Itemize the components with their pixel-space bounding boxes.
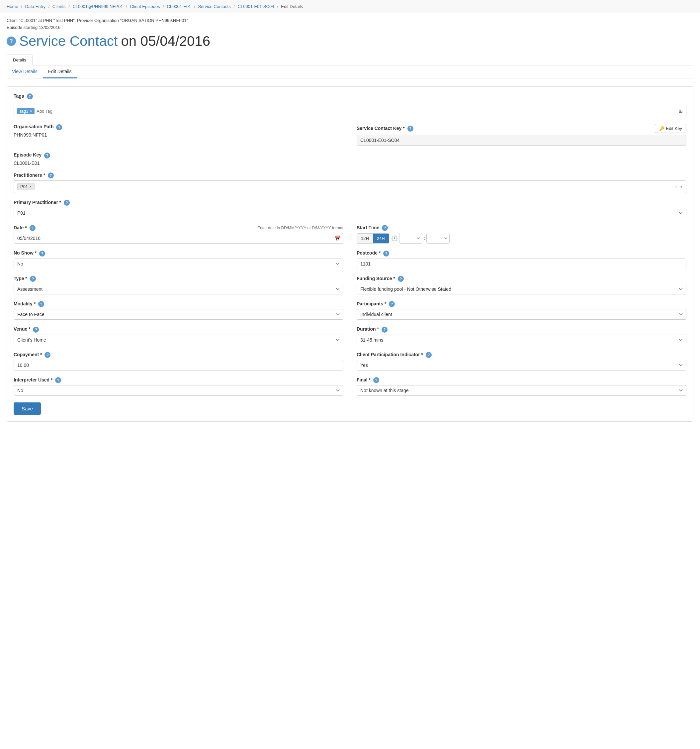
interpreter-used-select[interactable]: No Yes bbox=[14, 385, 343, 396]
tag-remove-button[interactable]: × bbox=[29, 109, 32, 113]
practitioners-input[interactable]: P01 × × ▼ bbox=[14, 180, 686, 193]
participants-select[interactable]: Individual client Group Other bbox=[357, 309, 686, 319]
hour-select[interactable] bbox=[399, 233, 422, 243]
venue-help-icon[interactable]: ? bbox=[33, 327, 39, 333]
type-select[interactable]: Assessment Intervention Information and … bbox=[14, 284, 343, 294]
breadcrumb-home[interactable]: Home bbox=[7, 4, 18, 9]
postcode-help-icon[interactable]: ? bbox=[383, 251, 389, 257]
duration-select[interactable]: 31-45 mins 1-15 mins 16-30 mins 46-60 mi… bbox=[357, 335, 686, 345]
final-help-icon[interactable]: ? bbox=[373, 377, 379, 383]
primary-practitioner-label: Primary Practitioner * ? bbox=[14, 200, 686, 206]
time-12h-button[interactable]: 12H bbox=[357, 234, 373, 243]
type-group: Type * ? Assessment Intervention Informa… bbox=[14, 276, 343, 294]
organisation-path-value: PHN999:NFP01 bbox=[14, 132, 343, 138]
tag-label: tag3 bbox=[20, 109, 28, 114]
copayment-input[interactable] bbox=[14, 360, 343, 370]
save-button[interactable]: Save bbox=[14, 402, 41, 415]
calendar-icon[interactable]: 📅 bbox=[334, 235, 341, 242]
primary-practitioner-select[interactable]: P01 bbox=[14, 208, 686, 218]
client-info: Client "CL0001" at PHN "Test PHN", Provi… bbox=[7, 18, 693, 23]
final-select[interactable]: Not known at this stage Yes No bbox=[357, 385, 686, 396]
tags-table-icon[interactable]: ⊞ bbox=[679, 109, 683, 114]
date-group: Date * ? Enter date in DD/MM/YYYY or D/M… bbox=[14, 225, 343, 243]
edit-key-button[interactable]: 🔑 Edit Key bbox=[655, 124, 686, 133]
breadcrumb-episode-id[interactable]: CL0001-E01 bbox=[167, 4, 191, 9]
funding-source-select[interactable]: Flexible funding pool - Not Otherwise St… bbox=[357, 284, 686, 294]
practitioners-group: Practitioners * ? P01 × × ▼ bbox=[14, 173, 686, 193]
breadcrumb-client-episodes[interactable]: Client Episodes bbox=[130, 4, 160, 9]
organisation-path-help-icon[interactable]: ? bbox=[56, 124, 62, 130]
client-participation-select[interactable]: Yes No bbox=[357, 360, 686, 370]
tab-view-details[interactable]: View Details bbox=[7, 66, 43, 78]
participants-help-icon[interactable]: ? bbox=[389, 301, 395, 307]
page-title-suffix: on 05/04/2016 bbox=[121, 33, 210, 49]
practitioner-remove-button[interactable]: × bbox=[29, 185, 32, 189]
minute-select[interactable] bbox=[426, 233, 450, 243]
interpreter-used-label: Interpreter Used * ? bbox=[14, 377, 343, 383]
episode-key-value: CL0001-E01 bbox=[14, 160, 343, 166]
service-contact-key-help-icon[interactable]: ? bbox=[407, 125, 413, 131]
service-contact-key-label: Service Contact Key * ? bbox=[357, 125, 413, 131]
service-contact-key-input bbox=[357, 135, 686, 145]
tag-badge: tag3 × bbox=[17, 108, 35, 114]
modality-label: Modality * ? bbox=[14, 301, 343, 307]
duration-help-icon[interactable]: ? bbox=[381, 327, 387, 333]
breadcrumb-service-contacts[interactable]: Service Contacts bbox=[198, 4, 230, 9]
sub-tabs: View Details Edit Details bbox=[7, 66, 693, 78]
duration-label: Duration * ? bbox=[357, 326, 686, 332]
postcode-input[interactable] bbox=[357, 258, 686, 269]
modality-select[interactable]: Face to Face Telehealth Video Other bbox=[14, 309, 343, 319]
save-button-area: Save bbox=[14, 396, 686, 415]
date-help-icon[interactable]: ? bbox=[29, 225, 35, 231]
breadcrumb-client-id[interactable]: CL0001@PHN999:NFP01 bbox=[72, 4, 123, 9]
breadcrumb-current: Edit Details bbox=[281, 4, 303, 9]
venue-select[interactable]: Client's Home GP/Primary Care Rooms Othe… bbox=[14, 335, 343, 345]
tab-edit-details[interactable]: Edit Details bbox=[43, 66, 77, 78]
type-help-icon[interactable]: ? bbox=[30, 276, 36, 282]
practitioners-help-icon[interactable]: ? bbox=[48, 173, 54, 179]
time-24h-button[interactable]: 24H bbox=[373, 234, 389, 243]
tags-input-area[interactable]: tag3 × ⊞ bbox=[14, 105, 686, 117]
no-show-help-icon[interactable]: ? bbox=[39, 251, 45, 257]
no-show-select[interactable]: No Yes bbox=[14, 258, 343, 269]
tags-label: Tags ? bbox=[14, 93, 686, 99]
copayment-help-icon[interactable]: ? bbox=[44, 352, 50, 358]
time-separator: : bbox=[424, 235, 425, 241]
client-participation-help-icon[interactable]: ? bbox=[426, 352, 432, 358]
page-title-help-icon[interactable]: ? bbox=[7, 37, 16, 46]
interpreter-used-group: Interpreter Used * ? No Yes bbox=[14, 377, 343, 396]
primary-practitioner-help-icon[interactable]: ? bbox=[64, 200, 70, 206]
date-input[interactable] bbox=[14, 233, 343, 243]
funding-source-label: Funding Source * ? bbox=[357, 276, 686, 282]
form-area: Tags ? tag3 × ⊞ Organisation Path ? PHN9… bbox=[0, 78, 700, 430]
practitioner-value: P01 bbox=[20, 184, 28, 189]
breadcrumb-clients[interactable]: Clients bbox=[52, 4, 66, 9]
breadcrumb-data-entry[interactable]: Data Entry bbox=[25, 4, 46, 9]
service-contact-key-group: Service Contact Key * ? 🔑 Edit Key bbox=[357, 124, 686, 145]
duration-group: Duration * ? 31-45 mins 1-15 mins 16-30 … bbox=[357, 326, 686, 345]
breadcrumb-sc-id[interactable]: CL0001-E01-SC04 bbox=[238, 4, 274, 9]
copayment-label: Copayment * ? bbox=[14, 352, 343, 358]
open-practitioners-icon[interactable]: ▼ bbox=[679, 185, 683, 189]
start-time-label: Start Time ? bbox=[357, 225, 686, 231]
practitioner-badge: P01 × bbox=[17, 183, 35, 190]
funding-source-help-icon[interactable]: ? bbox=[398, 276, 404, 282]
episode-key-help-icon[interactable]: ? bbox=[44, 153, 50, 159]
clear-practitioners-icon[interactable]: × bbox=[675, 185, 677, 189]
practitioners-label: Practitioners * ? bbox=[14, 173, 686, 179]
tab-details[interactable]: Details bbox=[7, 55, 32, 66]
interpreter-used-help-icon[interactable]: ? bbox=[55, 377, 61, 383]
final-label: Final * ? bbox=[357, 377, 686, 383]
no-show-group: No Show * ? No Yes bbox=[14, 250, 343, 269]
tag-add-input[interactable] bbox=[37, 109, 683, 114]
breadcrumb: Home / Data Entry / Clients / CL0001@PHN… bbox=[0, 0, 700, 13]
episode-key-label: Episode Key ? bbox=[14, 152, 343, 158]
page-title-area: ? Service Contact on 05/04/2016 bbox=[0, 30, 700, 49]
participants-label: Participants * ? bbox=[357, 301, 686, 307]
episode-info: Episode starting 13/02/2016 bbox=[7, 25, 693, 30]
start-time-help-icon[interactable]: ? bbox=[382, 225, 388, 231]
venue-group: Venue * ? Client's Home GP/Primary Care … bbox=[14, 326, 343, 345]
tags-help-icon[interactable]: ? bbox=[27, 93, 33, 99]
postcode-label: Postcode * ? bbox=[357, 250, 686, 256]
modality-help-icon[interactable]: ? bbox=[38, 301, 44, 307]
